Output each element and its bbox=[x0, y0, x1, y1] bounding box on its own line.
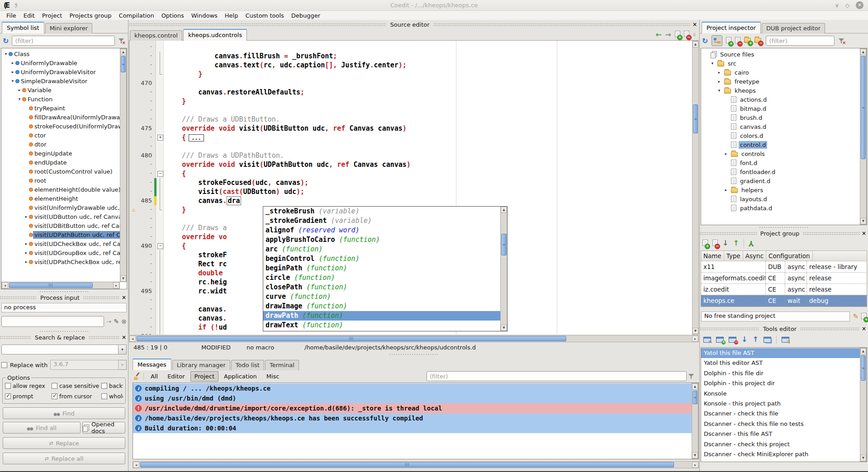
code-line[interactable]: · /// Draws a UDBitButton. bbox=[129, 115, 692, 124]
splitter-grip[interactable] bbox=[39, 330, 89, 333]
filter-icon[interactable] bbox=[688, 373, 695, 380]
file-item[interactable]: font.d bbox=[701, 158, 860, 167]
remove-project-icon[interactable] bbox=[712, 240, 718, 247]
editor-vscrollbar[interactable]: ▲ ≡ ▼ bbox=[692, 41, 699, 335]
message-filter-button[interactable]: All bbox=[147, 371, 162, 382]
run-tool-icon[interactable] bbox=[782, 337, 789, 343]
expander-icon[interactable] bbox=[24, 250, 29, 255]
expander-icon[interactable] bbox=[24, 214, 29, 219]
right-tab[interactable]: DUB project editor bbox=[762, 23, 825, 33]
symbol-filter-input[interactable] bbox=[12, 36, 115, 46]
messages-tab[interactable]: Messages bbox=[133, 359, 171, 370]
close-panel-icon[interactable]: × bbox=[120, 334, 128, 340]
process-input-field[interactable] bbox=[1, 316, 104, 327]
symbol-item[interactable]: strokeFocused(UniformlyDrawable bbox=[1, 122, 120, 131]
close-document-icon[interactable] bbox=[684, 31, 689, 38]
edit-input-icon[interactable]: ✎ bbox=[114, 318, 119, 325]
add-project-icon[interactable] bbox=[702, 240, 708, 247]
messages-vscrollbar[interactable]: ▲ ≡ ▼ bbox=[692, 383, 698, 459]
file-item[interactable]: control.d bbox=[701, 140, 860, 149]
splitter-grip[interactable] bbox=[39, 291, 89, 293]
symbol-item[interactable]: visit(UDButton udc, ref Canvas can bbox=[1, 212, 120, 221]
code-line[interactable]: · override void visit(UDPathButton udc, … bbox=[129, 160, 692, 169]
remove-file-icon[interactable] bbox=[735, 37, 740, 45]
edit-tool-icon[interactable] bbox=[703, 337, 711, 343]
symbol-item[interactable]: root(CustomControl value) bbox=[1, 167, 120, 176]
files-vscrollbar[interactable]: ▲ ≡ ▼ bbox=[860, 48, 867, 225]
message-row[interactable]: compiling / ... /kheops/kheops.ce bbox=[133, 383, 692, 393]
message-filter-button[interactable]: Editor bbox=[163, 371, 189, 382]
symbol-item[interactable]: Variable bbox=[1, 85, 120, 94]
code-line[interactable]: 500 bbox=[129, 332, 692, 335]
expander-icon[interactable] bbox=[716, 79, 722, 84]
opened-docs-button[interactable]: Opened docs bbox=[82, 422, 125, 434]
minimize-button[interactable]: ∨ bbox=[835, 2, 839, 9]
completion-item[interactable]: closePath (function) bbox=[263, 283, 500, 292]
add-file-icon[interactable] bbox=[726, 37, 731, 45]
expander-icon[interactable] bbox=[723, 188, 729, 192]
code-editor[interactable]: ·· canvas.fillBrush = _brushFont;· canva… bbox=[129, 41, 699, 335]
code-line[interactable]: · {... bbox=[129, 133, 692, 142]
search-dropdown-icon[interactable]: ▾ bbox=[119, 345, 127, 354]
messages-tab[interactable]: Library manager bbox=[172, 360, 230, 370]
file-item[interactable]: gradient.d bbox=[701, 176, 860, 185]
menu-item[interactable]: Custom tools bbox=[242, 11, 287, 20]
message-row[interactable]: /usr/include/dmd/druntime/import/core/ex… bbox=[133, 403, 692, 413]
search-input[interactable] bbox=[1, 345, 119, 354]
messages-filter-input[interactable] bbox=[427, 371, 687, 381]
file-item[interactable]: controls bbox=[701, 149, 860, 158]
expander-icon[interactable] bbox=[10, 79, 15, 83]
symbol-item[interactable]: Class bbox=[1, 49, 120, 58]
symbol-tree-hscrollbar[interactable]: ◂ III ▸ bbox=[1, 282, 120, 289]
close-panel-icon[interactable]: × bbox=[691, 21, 699, 28]
send-input-icon[interactable]: ➝ bbox=[106, 318, 112, 325]
completion-item[interactable]: _strokeGradient (variable) bbox=[263, 216, 500, 226]
move-tool-down-icon[interactable]: ↓ bbox=[741, 336, 747, 343]
completion-item[interactable]: _strokeBrush (variable) bbox=[263, 207, 500, 216]
file-item[interactable]: colors.d bbox=[701, 131, 860, 140]
symbol-tree-vscrollbar[interactable]: ▲ ≡ ▼ bbox=[120, 48, 127, 282]
menu-item[interactable]: File bbox=[3, 11, 20, 20]
expander-icon[interactable] bbox=[17, 88, 22, 92]
symbol-item[interactable]: visit(UDPathButton udc, ref Canvas bbox=[1, 230, 120, 239]
file-item[interactable]: actions.d bbox=[701, 95, 860, 104]
close-panel-icon[interactable]: × bbox=[860, 326, 868, 332]
new-free-standing-icon[interactable] bbox=[861, 313, 867, 321]
table-column-header[interactable]: Type bbox=[724, 251, 743, 261]
tool-item[interactable]: Dolphin - this file dir bbox=[701, 368, 860, 378]
right-tab[interactable]: Project inspector bbox=[702, 22, 761, 33]
replace-all-button[interactable]: ⇄ Replace all bbox=[3, 453, 125, 464]
maximize-button[interactable]: ◇ bbox=[845, 2, 849, 9]
move-up-icon[interactable]: ↑ bbox=[733, 240, 739, 247]
edit-project-icon[interactable]: ✎ bbox=[853, 312, 859, 321]
file-item[interactable]: src bbox=[701, 59, 860, 68]
code-line[interactable]: 480 /// Draws a UDPathButton. bbox=[129, 151, 692, 160]
file-item[interactable]: Source files bbox=[701, 50, 860, 59]
search-option-checkbox[interactable]: case sensitive bbox=[52, 382, 101, 389]
symbol-item[interactable]: Function bbox=[1, 94, 120, 104]
symbol-item[interactable]: UniformlyDrawable bbox=[1, 58, 120, 67]
remove-folder-icon[interactable] bbox=[754, 37, 761, 44]
go-forward-icon[interactable]: → bbox=[665, 31, 671, 38]
tool-item[interactable]: Dscanner - check this project bbox=[701, 439, 860, 449]
tree-view-toggle[interactable] bbox=[711, 35, 722, 46]
file-item[interactable]: bitmap.d bbox=[701, 104, 860, 113]
symbol-item[interactable]: visit(UDGroupBox udc, ref Canvas c bbox=[1, 248, 120, 257]
refresh-icon[interactable] bbox=[3, 37, 9, 45]
clone-tool-icon[interactable] bbox=[764, 337, 771, 343]
move-down-icon[interactable]: ↓ bbox=[722, 240, 728, 247]
replace-button[interactable]: ⇄ Replace bbox=[3, 437, 125, 449]
code-line[interactable]: 470 bbox=[129, 79, 692, 88]
file-item[interactable]: freetype bbox=[701, 77, 860, 86]
search-option-checkbox[interactable]: backward bbox=[101, 382, 123, 389]
table-column-header[interactable]: Name bbox=[701, 251, 724, 261]
file-item[interactable]: layouts.d bbox=[701, 194, 860, 203]
find-button[interactable]: Find bbox=[3, 407, 125, 419]
move-tool-up-icon[interactable]: ↑ bbox=[752, 336, 758, 343]
splitter-grip[interactable] bbox=[759, 227, 809, 229]
expander-icon[interactable] bbox=[10, 61, 15, 65]
tool-item[interactable]: Yatol this file AST bbox=[701, 348, 860, 358]
add-folder-icon[interactable] bbox=[744, 37, 751, 44]
editor-tab[interactable]: kheops.udcontrols bbox=[183, 29, 247, 41]
tool-item[interactable]: Yatol this editor AST bbox=[701, 358, 860, 368]
